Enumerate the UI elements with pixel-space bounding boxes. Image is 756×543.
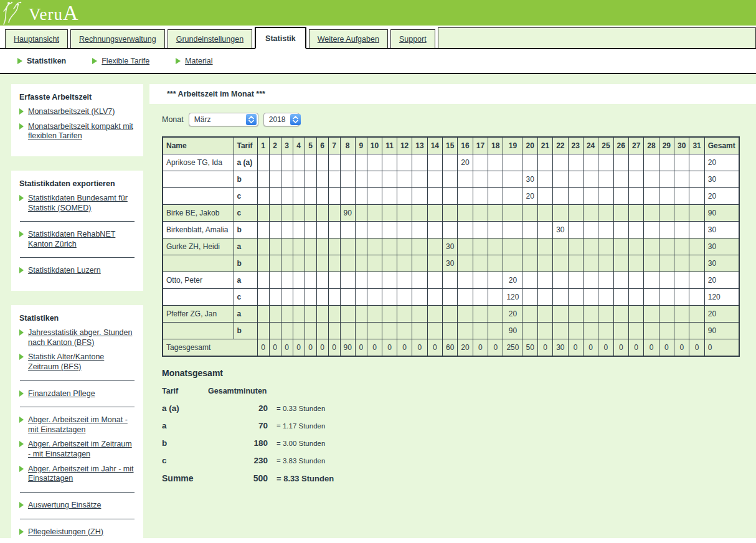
arrow-icon (19, 108, 24, 115)
sidebar-item[interactable]: Monatsarbeitszeit kompakt mit flexiblen … (19, 122, 135, 141)
daily-total-cell: 0 (473, 339, 488, 357)
day-cell (269, 238, 281, 255)
day-cell (503, 238, 522, 255)
day-cell (659, 289, 674, 306)
tab-support[interactable]: Support (390, 29, 435, 48)
sidebar-item[interactable]: Finanzdaten Pflege (19, 389, 135, 399)
day-cell (316, 205, 328, 222)
arrow-icon (92, 58, 97, 64)
tarif-cell: b (234, 255, 257, 272)
tarif-cell: b (234, 171, 257, 188)
day-cell (628, 188, 643, 205)
sidebar-item[interactable]: Auswertung Einsätze (19, 501, 135, 511)
tab-grundeinstellungen[interactable]: Grundeinstellungen (168, 29, 252, 48)
sidebar-item[interactable]: Statistikdaten Bundesamt für Statistik (… (19, 194, 135, 213)
column-header-day: 17 (473, 137, 488, 154)
tab-weitere-aufgaben[interactable]: Weitere Aufgaben (309, 29, 388, 48)
summary-total-hours: = 8.33 Stunden (268, 474, 756, 483)
subnav-item-statistiken[interactable]: Statistiken (17, 57, 66, 65)
sidebar-item[interactable]: Statistikdaten Luzern (19, 266, 135, 276)
day-cell (281, 272, 293, 289)
day-cell (537, 289, 552, 306)
sidebar-item[interactable]: Statistikdaten RehabNET Kanton Zürich (19, 230, 135, 249)
day-cell (503, 188, 522, 205)
day-cell (281, 255, 293, 272)
day-cell (613, 238, 628, 255)
table-row: b3030 (163, 171, 739, 188)
day-cell (613, 306, 628, 323)
summary-minutes: 230 (208, 456, 268, 465)
day-cell (355, 205, 367, 222)
day-cell (355, 255, 367, 272)
day-cell (674, 205, 689, 222)
day-cell (340, 238, 355, 255)
tab-rechnungsverwaltung[interactable]: Rechnungsverwaltung (70, 29, 165, 48)
sidebar-item[interactable]: Jahresstatistik abger. Stunden nach Kant… (19, 328, 135, 347)
tab-label: Grundeinstellungen (176, 35, 243, 44)
day-cell (568, 188, 583, 205)
sidebar-item-label: Statistik Alter/Kantone Zeitraum (BFS) (28, 352, 135, 372)
gesamt-cell: 120 (704, 289, 739, 306)
day-cell: 20 (503, 272, 522, 289)
day-cell (355, 289, 367, 306)
column-header-day: 4 (293, 137, 305, 154)
day-cell (689, 238, 704, 255)
name-cell: Pfeffer ZG, Jan (163, 306, 234, 323)
day-cell (628, 238, 643, 255)
tarif-cell: a (234, 306, 257, 323)
day-cell (537, 222, 552, 238)
day-cell (397, 289, 412, 306)
subnav-item-flexible-tarife[interactable]: Flexible Tarife (92, 57, 149, 65)
summary-minutes: 20 (208, 404, 268, 413)
sidebar-divider (20, 380, 135, 381)
month-select[interactable]: März (189, 113, 258, 126)
day-cell (473, 306, 488, 323)
summary-col-tarif: Tarif (162, 387, 208, 395)
day-cell (316, 272, 328, 289)
day-cell (628, 222, 643, 238)
name-cell (163, 289, 234, 306)
subnav-item-material[interactable]: Material (176, 57, 212, 65)
day-cell (269, 323, 281, 339)
day-cell (503, 255, 522, 272)
column-header-day: 8 (340, 137, 355, 154)
day-cell (689, 272, 704, 289)
day-cell (537, 154, 552, 171)
sidebar-item[interactable]: Monatsarbeitszeit (KLV7) (19, 107, 135, 117)
day-cell (442, 222, 457, 238)
day-cell (328, 272, 340, 289)
day-cell (473, 171, 488, 188)
day-cell (644, 222, 659, 238)
sidebar-item[interactable]: Abger. Arbeitszeit im Jahr - mit Einsatz… (19, 465, 135, 484)
daily-totals-gesamt: 0 (704, 339, 739, 357)
tab-statistik[interactable]: Statistik (255, 27, 306, 49)
arrow-icon (19, 329, 24, 336)
day-cell (257, 205, 269, 222)
year-select[interactable]: 2018 (263, 113, 300, 126)
day-cell (644, 238, 659, 255)
day-cell (305, 188, 316, 205)
day-cell (412, 323, 427, 339)
day-cell (473, 255, 488, 272)
column-header-day: 26 (613, 137, 628, 154)
sidebar-item[interactable]: Pflegeleistungen (ZH) (19, 527, 135, 537)
sidebar-item[interactable]: Abger. Arbeitszeit im Monat - mit Einsat… (19, 415, 135, 435)
day-cell (367, 171, 382, 188)
sidebar: Erfasste ArbeitszeitMonatsarbeitszeit (K… (11, 84, 143, 538)
day-cell (442, 205, 457, 222)
sidebar-item[interactable]: Abger. Arbeitszeit im Zeitraum - mit Ein… (19, 440, 135, 459)
day-cell (628, 255, 643, 272)
sidebar-item[interactable]: Statistik Alter/Kantone Zeitraum (BFS) (19, 352, 135, 372)
day-cell (367, 306, 382, 323)
day-cell: 20 (503, 306, 522, 323)
tarif-cell: c (234, 205, 257, 222)
day-cell (689, 222, 704, 238)
name-cell (163, 171, 234, 188)
tab-hauptansicht[interactable]: Hauptansicht (5, 29, 68, 48)
app-logo: VeruA (29, 2, 79, 24)
day-cell (328, 255, 340, 272)
day-cell (340, 272, 355, 289)
day-cell (458, 222, 473, 238)
day-cell (316, 154, 328, 171)
day-cell (427, 188, 442, 205)
